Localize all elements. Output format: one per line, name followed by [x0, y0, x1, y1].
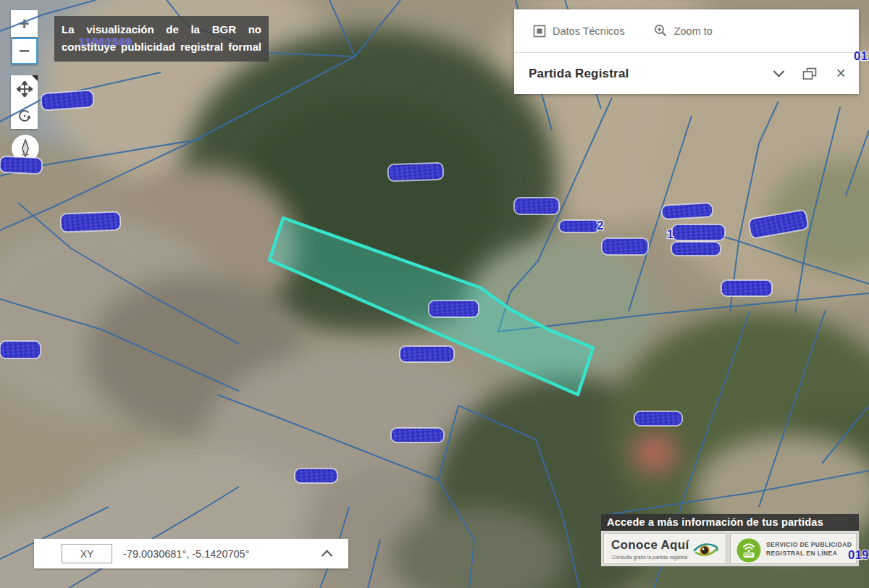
datos-tecnicos-icon: [533, 25, 546, 38]
disclaimer-banner: 11002569 La visualización de la BGR no c…: [54, 16, 269, 62]
sprl-button[interactable]: SPRL SERVICIO DE PUBLICIDAD REGISTRAL EN…: [730, 533, 857, 564]
redacted-label: [429, 301, 479, 317]
panel-title: Partida Registral: [529, 67, 629, 81]
redacted-label: [671, 242, 721, 256]
parcel-boundary: [759, 310, 826, 507]
panel-toolbar: Datos Técnicos Zoom to: [514, 9, 859, 53]
chevron-up-icon[interactable]: [322, 550, 333, 562]
parcel-boundary: [368, 539, 380, 588]
redacted-label: [602, 238, 648, 255]
parcel-boundary: [18, 203, 239, 344]
parcel-boundary: [601, 471, 869, 516]
redacted-label: [634, 411, 682, 426]
conoce-aqui-title: Conoce Aquí: [611, 538, 689, 553]
parcel-boundary: [846, 130, 869, 196]
partida-registral-panel: Datos Técnicos Zoom to Partida Registral…: [514, 9, 859, 94]
parcel-boundary: [329, 0, 355, 56]
parcel-boundary: [438, 480, 474, 588]
coordinate-mode-select[interactable]: XY: [62, 544, 112, 563]
close-icon[interactable]: ×: [836, 65, 846, 82]
promo-banner: Accede a más información de tus partidas…: [601, 514, 859, 566]
coordinate-bar: XY -79.0030681°, -5.1420705°: [34, 539, 348, 568]
eye-logo-icon: [692, 539, 721, 560]
parcel-boundary: [822, 406, 869, 463]
parcel-boundary: [458, 406, 579, 588]
disclaimer-text: La visualización de la BGR no constituye…: [62, 21, 261, 56]
parcel-boundary: [355, 0, 400, 56]
redacted-label: [748, 209, 808, 238]
redacted-label: [672, 224, 725, 240]
parcel-boundary: [681, 311, 750, 507]
zoom-to-label: Zoom to: [674, 25, 713, 37]
sprl-logo-icon: SPRL: [736, 537, 762, 563]
datos-tecnicos-label: Datos Técnicos: [553, 25, 625, 37]
coordinate-value: -79.0030681°, -5.1420705°: [123, 548, 249, 560]
parcel-boundary: [498, 293, 869, 332]
redacted-label: [0, 156, 43, 174]
redacted-label: [400, 346, 454, 362]
redacted-label: [662, 203, 713, 219]
redacted-label: [721, 280, 772, 296]
restore-window-icon[interactable]: [802, 67, 817, 80]
redacted-label: [559, 220, 600, 232]
parcel-boundary: [69, 487, 239, 588]
datos-tecnicos-button[interactable]: Datos Técnicos: [533, 25, 625, 38]
redacted-label: [41, 91, 93, 111]
redacted-label: [295, 469, 337, 483]
redacted-label: [61, 212, 121, 232]
svg-text:SPRL: SPRL: [744, 553, 753, 557]
zoom-to-button[interactable]: Zoom to: [654, 24, 713, 38]
redacted-label: [514, 198, 559, 214]
map-viewer: { "disclaimer": "La visualización de la …: [0, 0, 869, 588]
panel-titlebar: Partida Registral ×: [514, 53, 859, 94]
redacted-label: [391, 428, 444, 442]
sprl-label: SERVICIO DE PUBLICIDAD REGISTRAL EN LÍNE…: [766, 540, 852, 558]
zoom-to-icon: [654, 24, 668, 38]
promo-headline: Accede a más información de tus partidas: [601, 514, 859, 531]
conoce-aqui-subtitle: Consulta gratis la partida registral: [612, 555, 687, 560]
redacted-label: [388, 163, 444, 182]
chevron-down-icon[interactable]: [773, 66, 784, 77]
redacted-label: [0, 341, 41, 358]
conoce-aqui-button[interactable]: Conoce Aquí Consulta gratis la partida r…: [603, 533, 726, 564]
